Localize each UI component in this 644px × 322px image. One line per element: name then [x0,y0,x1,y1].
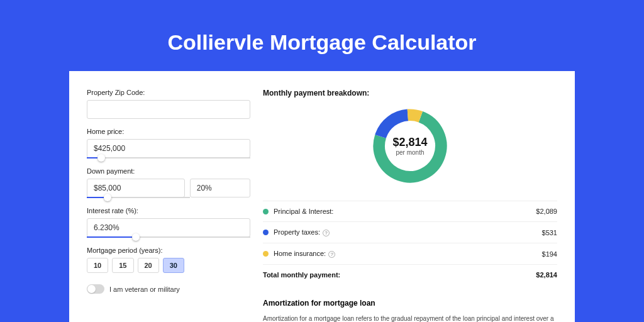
info-icon[interactable]: ? [328,251,335,258]
total-value: $2,814 [536,271,557,279]
interest-label: Interest rate (%): [87,207,250,214]
donut-sub: per month [396,149,424,156]
legend-label: Home insurance:? [274,250,542,258]
legend-dot-icon [263,230,269,235]
zip-label: Property Zip Code: [87,89,250,96]
legend-dot-icon [263,251,269,257]
period-field: Mortgage period (years): 10152030 [87,247,250,273]
home-price-input[interactable] [87,139,250,158]
period-group: 10152030 [87,258,250,273]
legend-label: Principal & Interest: [274,208,536,215]
total-row: Total monthly payment: $2,814 [263,265,557,285]
legend-value: $194 [542,250,557,258]
down-payment-field: Down payment: [87,167,250,198]
home-price-field: Home price: [87,128,250,158]
period-btn-10[interactable]: 10 [87,258,108,273]
calculator-card: Property Zip Code: Home price: Down paym… [69,71,575,322]
home-price-label: Home price: [87,128,250,135]
legend-dot-icon [263,209,269,214]
period-btn-15[interactable]: 15 [112,258,133,273]
legend-value: $531 [542,229,557,236]
down-payment-slider[interactable] [87,197,190,198]
period-btn-20[interactable]: 20 [138,258,159,273]
legend: Principal & Interest:$2,089Property taxe… [263,201,557,265]
legend-row: Home insurance:?$194 [263,243,557,265]
down-payment-input[interactable] [87,179,185,197]
info-icon[interactable]: ? [323,230,330,236]
zip-field: Property Zip Code: [87,89,250,119]
period-label: Mortgage period (years): [87,247,250,254]
period-btn-30[interactable]: 30 [163,258,184,273]
veteran-label: I am veteran or military [109,286,180,293]
legend-value: $2,089 [536,208,557,215]
interest-input[interactable] [87,218,250,237]
home-price-slider[interactable] [87,157,250,158]
down-payment-pct-input[interactable] [190,179,250,197]
veteran-toggle[interactable] [87,284,104,294]
page-title: Colliervle Mortgage Calculator [0,0,644,71]
breakdown-panel: Monthly payment breakdown: $2,814 per mo… [250,89,575,322]
veteran-row: I am veteran or military [87,284,250,294]
donut-chart: $2,814 per month [263,105,557,187]
amort-text: Amortization for a mortgage loan refers … [263,314,557,322]
amort-title: Amortization for mortgage loan [263,299,557,308]
zip-input[interactable] [87,100,250,119]
total-label: Total monthly payment: [263,271,536,279]
interest-slider[interactable] [87,236,250,238]
donut-amount: $2,814 [392,136,427,149]
input-panel: Property Zip Code: Home price: Down paym… [87,89,250,322]
legend-label: Property taxes:? [274,228,542,236]
interest-field: Interest rate (%): [87,207,250,238]
down-payment-label: Down payment: [87,167,250,175]
legend-row: Property taxes:?$531 [263,222,557,243]
legend-row: Principal & Interest:$2,089 [263,201,557,222]
breakdown-title: Monthly payment breakdown: [263,89,557,97]
